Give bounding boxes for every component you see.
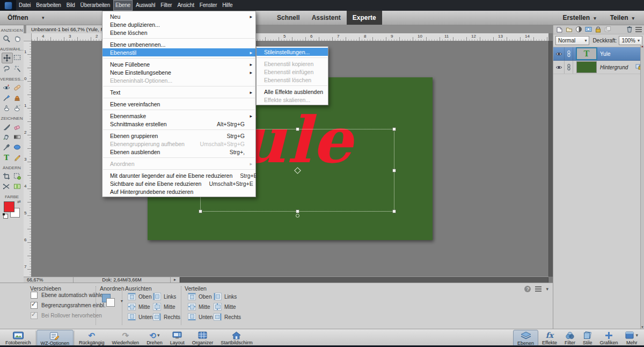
- red-eye-tool[interactable]: [2, 83, 12, 92]
- foreground-color-swatch[interactable]: [4, 201, 14, 212]
- shape-tool[interactable]: [12, 142, 23, 152]
- menu-item-neue-einstellungsebene[interactable]: Neue Einstellungsebene: [103, 68, 255, 76]
- distribute-left-label[interactable]: Links: [224, 294, 237, 300]
- blur-tool[interactable]: [2, 103, 12, 113]
- recompose-tool[interactable]: [12, 182, 23, 191]
- menu-datei[interactable]: Datei: [17, 0, 33, 11]
- menu-item-ebenen-gruppieren[interactable]: Ebenen gruppierenStrg+G: [103, 132, 255, 140]
- pencil-tool[interactable]: [12, 153, 23, 162]
- open-caret-icon[interactable]: ▾: [42, 11, 45, 25]
- brush-tool[interactable]: [2, 122, 12, 132]
- distribute-left-icon[interactable]: [214, 293, 222, 300]
- handle-bottom-middle[interactable]: [296, 209, 299, 213]
- layer-thumbnail-background[interactable]: [576, 61, 597, 73]
- menu-ansicht[interactable]: Ansicht: [175, 0, 196, 11]
- handle-middle-right[interactable]: [392, 169, 396, 172]
- layer-row-yule[interactable]: T Yule: [553, 47, 644, 61]
- menu-item-text[interactable]: Text: [103, 88, 255, 96]
- lock-icon[interactable]: [595, 26, 602, 33]
- menu-item-ebene-vereinfachen[interactable]: Ebene vereinfachen: [103, 100, 255, 108]
- eyedropper-tool[interactable]: [2, 142, 12, 152]
- submenu-item-alle-effekte-ausblenden[interactable]: Alle Effekte ausblenden: [257, 88, 328, 96]
- eraser-tool[interactable]: [12, 122, 23, 132]
- tab-schnell[interactable]: Schnell: [271, 11, 306, 25]
- distribute-top-icon[interactable]: [188, 293, 196, 300]
- distribute-bottom-icon[interactable]: [188, 313, 196, 321]
- cookie-cutter-tool[interactable]: [12, 171, 23, 181]
- menu-hilfe[interactable]: Hilfe: [220, 0, 235, 11]
- layers-panel-menu-icon[interactable]: [635, 27, 642, 32]
- align-top-label[interactable]: Oben: [138, 294, 151, 300]
- handle-top-right[interactable]: [392, 127, 396, 131]
- grafiken-button[interactable]: Grafiken: [596, 330, 621, 346]
- layer-name[interactable]: Yule: [600, 51, 610, 57]
- open-button[interactable]: Öffnen: [8, 11, 28, 25]
- align-left-icon[interactable]: [153, 293, 161, 300]
- layers-scrollbar[interactable]: ▲ ▼: [640, 45, 644, 329]
- blend-mode-select[interactable]: Normal▾: [555, 36, 589, 45]
- startbildschirm-button[interactable]: Startbildschirm: [217, 330, 257, 346]
- clone-stamp-tool[interactable]: [12, 93, 23, 103]
- menu-item-auf-hintergrundebene-reduzieren[interactable]: Auf Hintergrundebene reduzieren: [103, 187, 255, 196]
- distribute-right-label[interactable]: Rechts: [224, 314, 241, 320]
- distribute-middle-label[interactable]: Mitte: [199, 304, 210, 310]
- align-bottom-label[interactable]: Unten: [138, 314, 153, 320]
- erstellen-button[interactable]: Erstellen▾: [562, 11, 596, 25]
- menu-item-neue-fuellebene[interactable]: Neue Füllebene: [103, 60, 255, 68]
- new-group-icon[interactable]: [566, 26, 573, 33]
- drehen-button[interactable]: ⟲▾ Drehen: [143, 330, 166, 346]
- menu-item-ebene-loeschen[interactable]: Ebene löschen: [103, 28, 255, 37]
- menu-item-ebene-umbenennen[interactable]: Ebene umbenennen...: [103, 40, 255, 48]
- new-layer-icon[interactable]: [556, 26, 563, 33]
- align-bottom-icon[interactable]: [128, 313, 136, 321]
- layer-visibility-eye-icon[interactable]: [553, 62, 564, 72]
- align-left-label[interactable]: Links: [164, 294, 176, 300]
- smudge-tool[interactable]: [12, 103, 23, 113]
- opacity-select[interactable]: 100%▾: [619, 36, 642, 45]
- effekte-button[interactable]: fx Effekte: [538, 330, 561, 346]
- stile-button[interactable]: Stile: [579, 330, 596, 346]
- align-right-icon[interactable]: [153, 313, 161, 321]
- lasso-tool[interactable]: [2, 64, 12, 74]
- menu-bild[interactable]: Bild: [64, 0, 77, 11]
- align-top-icon[interactable]: [128, 293, 136, 300]
- layer-name[interactable]: Hintergrund: [600, 64, 628, 70]
- align-center-label[interactable]: Mitte: [164, 304, 175, 310]
- align-middle-label[interactable]: Mitte: [138, 304, 150, 310]
- straighten-tool[interactable]: [2, 182, 12, 191]
- scroll-up-icon[interactable]: ▲: [641, 45, 644, 48]
- checkbox-checked-icon[interactable]: [31, 302, 38, 309]
- move-tool[interactable]: [2, 53, 13, 63]
- handle-bottom-right[interactable]: [392, 209, 396, 213]
- layout-button[interactable]: Layout: [166, 330, 188, 346]
- ebenen-button[interactable]: Ebenen: [513, 330, 538, 346]
- delete-layer-trash-icon[interactable]: [626, 26, 633, 33]
- arrange-button[interactable]: ▾: [102, 294, 118, 309]
- align-center-icon[interactable]: [153, 303, 161, 310]
- crop-tool[interactable]: [2, 171, 12, 181]
- menu-item-ebenenmaske[interactable]: Ebenenmaske: [103, 112, 255, 120]
- distribute-right-icon[interactable]: [214, 313, 222, 321]
- organizer-button[interactable]: Organizer: [188, 330, 217, 346]
- menu-fenster[interactable]: Fenster: [197, 0, 219, 11]
- teilen-button[interactable]: Teilen▾: [610, 11, 634, 25]
- wz-optionen-button[interactable]: WZ-Optionen: [36, 330, 74, 346]
- menu-ebene[interactable]: Ebene: [113, 0, 133, 11]
- distribute-top-label[interactable]: Oben: [199, 294, 211, 300]
- handle-top-middle[interactable]: [296, 127, 299, 131]
- checkbox-auto-select-layer[interactable]: Ebene automatisch wählen: [31, 292, 106, 299]
- fotobereich-button[interactable]: Fotobereich: [2, 330, 35, 346]
- align-right-label[interactable]: Rechts: [164, 314, 180, 320]
- distribute-center-label[interactable]: Mitte: [224, 304, 236, 310]
- checkbox-show-bounding-box[interactable]: Begrenzungsrahmen einbl.: [31, 302, 106, 309]
- menu-item-sichtbare-reduzieren[interactable]: Sichtbare auf eine Ebene reduzierenUmsch…: [103, 179, 255, 187]
- tab-experte[interactable]: Experte: [347, 11, 382, 25]
- smart-brush-tool[interactable]: [2, 93, 12, 103]
- handle-bottom-left[interactable]: [199, 209, 202, 213]
- menu-auswahl[interactable]: Auswahl: [134, 0, 157, 11]
- collapse-options-icon[interactable]: ▾: [546, 286, 548, 292]
- menu-item-ebene-duplizieren[interactable]: Ebene duplizieren...: [103, 20, 255, 28]
- menu-item-mit-darunter-reduzieren[interactable]: Mit darunter liegender auf eine Ebene re…: [103, 171, 255, 179]
- zoom-tool[interactable]: [2, 34, 12, 44]
- help-icon[interactable]: ?: [524, 286, 531, 292]
